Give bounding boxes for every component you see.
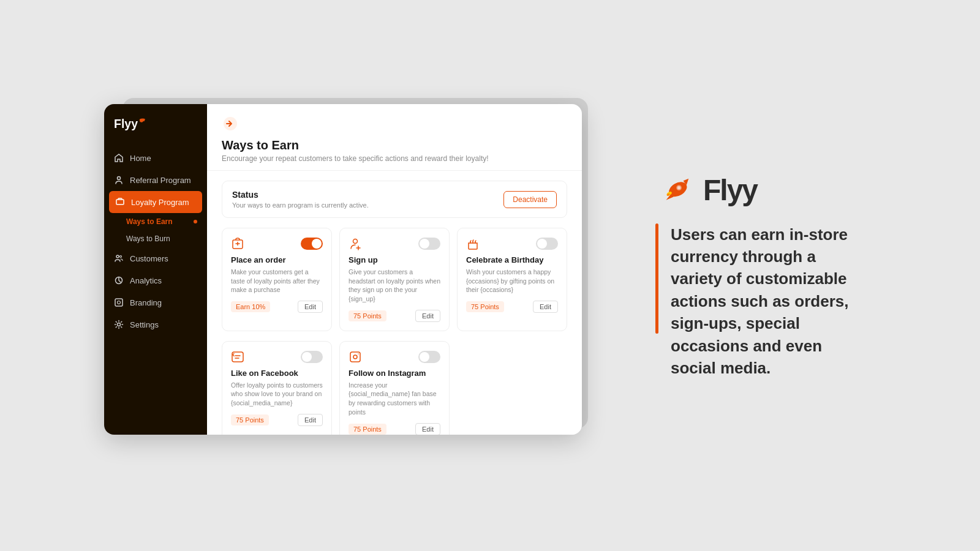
- earn-cards-row2: Like on Facebook Offer loyalty points to…: [222, 341, 567, 435]
- sidebar-item-home[interactable]: Home: [104, 147, 207, 169]
- facebook-desc: Offer loyalty points to customers who sh…: [231, 381, 323, 408]
- facebook-badge: 75 Points: [231, 414, 269, 425]
- birthday-title: Celebrate a Birthday: [466, 255, 558, 264]
- instagram-title: Follow on Instagram: [349, 369, 440, 378]
- sidebar-item-branding[interactable]: Branding: [104, 291, 207, 313]
- home-icon: [114, 153, 124, 163]
- place-order-badge: Earn 10%: [231, 301, 270, 312]
- right-logo: Flyy: [655, 172, 757, 209]
- sub-nav-ways-to-burn[interactable]: Ways to Burn: [104, 230, 207, 247]
- sidebar-item-settings-label: Settings: [130, 320, 159, 329]
- right-description: Users can earn in-store currency through…: [671, 223, 864, 380]
- svg-text:Flyy: Flyy: [114, 117, 138, 130]
- right-logo-text: Flyy: [703, 173, 757, 207]
- active-dot: [194, 220, 197, 223]
- right-panel: Flyy Users can earn in-store currency th…: [643, 160, 876, 392]
- sidebar-item-referral[interactable]: Referral Program: [104, 169, 207, 191]
- sidebar-item-customers-label: Customers: [130, 254, 168, 263]
- sidebar-item-loyalty[interactable]: Loyalty Program: [109, 191, 202, 213]
- svg-point-4: [116, 255, 119, 258]
- facebook-icon: [231, 350, 244, 364]
- svg-point-15: [358, 353, 359, 354]
- sub-nav: Ways to Earn Ways to Burn: [104, 213, 207, 247]
- right-text-block: Users can earn in-store currency through…: [655, 223, 864, 380]
- birthday-badge: 75 Points: [466, 301, 504, 312]
- sidebar: Flyy Home: [104, 104, 207, 435]
- settings-icon: [114, 320, 124, 329]
- instagram-badge: 75 Points: [349, 424, 386, 435]
- sidebar-item-customers[interactable]: Customers: [104, 247, 207, 269]
- sub-nav-ways-to-earn-label: Ways to Earn: [126, 217, 173, 226]
- svg-point-12: [353, 239, 358, 244]
- sidebar-item-branding-label: Branding: [130, 298, 162, 307]
- svg-point-9: [118, 323, 121, 326]
- birthday-desc: Wish your customers a happy {occasions} …: [466, 268, 558, 294]
- right-rocket-icon: [655, 172, 698, 209]
- earn-cards-row1: Place an order Make your customers get a…: [222, 228, 567, 331]
- status-title: Status: [232, 190, 369, 200]
- earn-card-signup: Sign up Give your customers a headstart …: [339, 228, 450, 331]
- svg-rect-3: [116, 200, 124, 204]
- earn-card-facebook: Like on Facebook Offer loyalty points to…: [222, 341, 332, 435]
- main-content: Ways to Earn Encourage your repeat custo…: [207, 104, 582, 435]
- sidebar-item-home-label: Home: [130, 154, 151, 163]
- svg-point-8: [118, 301, 121, 304]
- page-subtitle: Encourage your repeat customers to take …: [222, 154, 567, 163]
- referral-icon: [114, 175, 124, 185]
- instagram-toggle[interactable]: [418, 351, 440, 363]
- signup-toggle[interactable]: [418, 238, 440, 250]
- analytics-icon: [114, 276, 124, 285]
- earn-card-birthday: Celebrate a Birthday Wish your customers…: [457, 228, 567, 331]
- customers-icon: [114, 253, 124, 263]
- status-description: Your ways to earn program is currently a…: [232, 201, 369, 209]
- status-section: Status Your ways to earn program is curr…: [222, 181, 567, 218]
- signup-badge: 75 Points: [349, 310, 386, 321]
- svg-point-18: [677, 186, 680, 189]
- place-order-title: Place an order: [231, 255, 323, 264]
- sidebar-item-analytics[interactable]: Analytics: [104, 269, 207, 291]
- facebook-toggle[interactable]: [301, 351, 323, 363]
- loyalty-icon: [115, 197, 125, 207]
- sidebar-item-loyalty-label: Loyalty Program: [131, 198, 189, 207]
- deactivate-button[interactable]: Deactivate: [503, 191, 557, 208]
- signup-edit[interactable]: Edit: [415, 310, 440, 322]
- branding-icon: [114, 298, 124, 307]
- svg-rect-7: [115, 299, 123, 306]
- earn-card-place-order: Place an order Make your customers get a…: [222, 228, 332, 331]
- page-title: Ways to Earn: [222, 138, 567, 152]
- birthday-edit[interactable]: Edit: [533, 301, 558, 313]
- orange-bar: [655, 223, 658, 334]
- sidebar-nav: Home Referral Program: [104, 142, 207, 435]
- sidebar-item-settings[interactable]: Settings: [104, 313, 207, 335]
- facebook-edit[interactable]: Edit: [298, 414, 323, 426]
- instagram-edit[interactable]: Edit: [415, 423, 440, 435]
- signup-icon: [349, 237, 362, 250]
- page-header: Ways to Earn Encourage your repeat custo…: [207, 104, 582, 171]
- svg-point-2: [118, 177, 121, 180]
- svg-point-14: [353, 355, 357, 359]
- place-order-icon: [231, 237, 244, 250]
- sidebar-item-referral-label: Referral Program: [130, 176, 191, 185]
- place-order-edit[interactable]: Edit: [298, 301, 323, 313]
- birthday-icon: [466, 237, 480, 250]
- instagram-desc: Increase your {social_media_name} fan ba…: [349, 381, 440, 417]
- sidebar-item-analytics-label: Analytics: [130, 276, 162, 285]
- sub-nav-ways-to-earn[interactable]: Ways to Earn: [104, 213, 207, 230]
- svg-point-5: [120, 256, 122, 258]
- birthday-toggle[interactable]: [536, 238, 558, 250]
- signup-desc: Give your customers a headstart on loyal…: [349, 268, 440, 304]
- sub-nav-ways-to-burn-label: Ways to Burn: [126, 234, 170, 243]
- sidebar-logo: Flyy: [104, 104, 207, 142]
- place-order-desc: Make your customers get a taste of loyal…: [231, 268, 323, 294]
- facebook-title: Like on Facebook: [231, 369, 323, 378]
- page-header-icon: [222, 115, 239, 132]
- instagram-icon: [349, 350, 362, 364]
- place-order-toggle[interactable]: [301, 238, 323, 250]
- signup-title: Sign up: [349, 255, 440, 264]
- earn-card-instagram: Follow on Instagram Increase your {socia…: [339, 341, 450, 435]
